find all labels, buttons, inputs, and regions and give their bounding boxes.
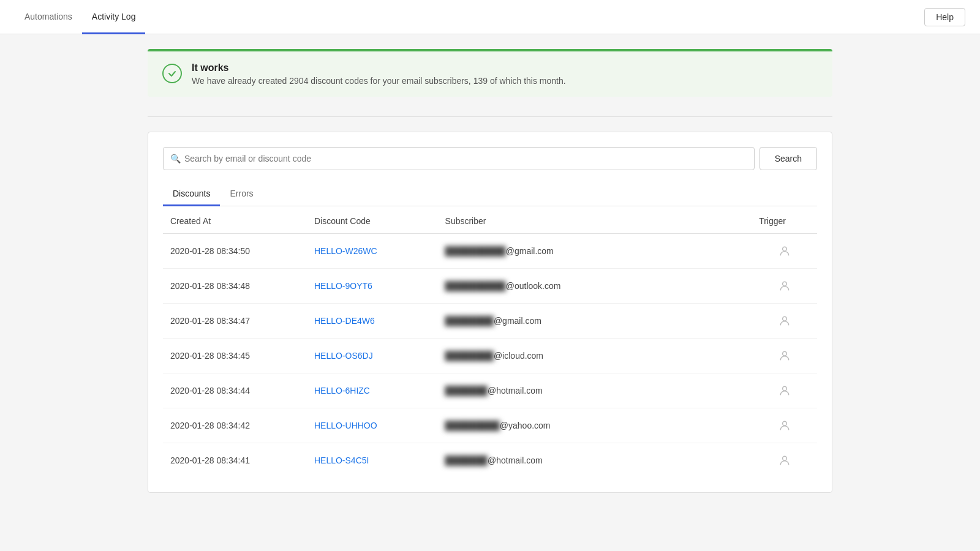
search-input-wrap: 🔍 — [163, 147, 755, 170]
table-row: 2020-01-28 08:34:50HELLO-W26WC██████████… — [163, 234, 817, 269]
divider — [148, 116, 832, 117]
col-header-subscriber: Subscriber — [438, 206, 752, 234]
cell-subscriber: ████████@gmail.com — [438, 304, 752, 339]
table-row: 2020-01-28 08:34:45HELLO-OS6DJ████████@i… — [163, 339, 817, 373]
cell-subscriber: ██████████@gmail.com — [438, 234, 752, 269]
table-body: 2020-01-28 08:34:50HELLO-W26WC██████████… — [163, 234, 817, 478]
discount-code-link[interactable]: HELLO-6HIZC — [314, 386, 370, 395]
banner-title: It works — [192, 62, 566, 73]
person-icon — [759, 280, 810, 292]
discount-code-link[interactable]: HELLO-OS6DJ — [314, 351, 373, 361]
cell-trigger — [752, 269, 817, 304]
tab-errors[interactable]: Errors — [220, 182, 263, 206]
discount-code-link[interactable]: HELLO-9OYT6 — [314, 281, 372, 291]
success-icon — [162, 64, 182, 83]
svg-point-2 — [782, 317, 786, 321]
discount-code-link[interactable]: HELLO-W26WC — [314, 246, 377, 256]
cell-created-at: 2020-01-28 08:34:50 — [163, 234, 307, 269]
top-nav: Automations Activity Log Help — [0, 0, 980, 34]
help-button[interactable]: Help — [924, 8, 965, 26]
cell-trigger — [752, 304, 817, 339]
svg-point-1 — [782, 282, 786, 286]
cell-subscriber: ██████████@outlook.com — [438, 269, 752, 304]
cell-subscriber: ███████@hotmail.com — [438, 443, 752, 478]
nav-tab-automations[interactable]: Automations — [15, 1, 82, 34]
discount-code-link[interactable]: HELLO-S4C5I — [314, 455, 369, 465]
person-icon — [759, 454, 810, 467]
table-row: 2020-01-28 08:34:44HELLO-6HIZC███████@ho… — [163, 373, 817, 408]
banner-text: It works We have already created 2904 di… — [192, 62, 566, 86]
table-row: 2020-01-28 08:34:48HELLO-9OYT6██████████… — [163, 269, 817, 304]
nav-tab-activity-log[interactable]: Activity Log — [82, 1, 146, 34]
col-header-trigger: Trigger — [752, 206, 817, 234]
cell-discount-code: HELLO-9OYT6 — [307, 269, 438, 304]
success-banner: It works We have already created 2904 di… — [148, 49, 832, 97]
person-icon — [759, 419, 810, 432]
cell-created-at: 2020-01-28 08:34:48 — [163, 269, 307, 304]
search-row: 🔍 Search — [163, 147, 817, 170]
table-row: 2020-01-28 08:34:47HELLO-DE4W6████████@g… — [163, 304, 817, 339]
search-button[interactable]: Search — [760, 147, 817, 170]
col-header-discount-code: Discount Code — [307, 206, 438, 234]
cell-discount-code: HELLO-W26WC — [307, 234, 438, 269]
table-header: Created At Discount Code Subscriber Trig… — [163, 206, 817, 234]
svg-point-3 — [782, 351, 786, 356]
person-icon — [759, 315, 810, 327]
tab-bar: Discounts Errors — [163, 182, 817, 206]
svg-point-6 — [782, 456, 786, 460]
cell-trigger — [752, 234, 817, 269]
cell-discount-code: HELLO-OS6DJ — [307, 339, 438, 373]
svg-point-5 — [782, 421, 786, 425]
discount-code-link[interactable]: HELLO-DE4W6 — [314, 316, 375, 326]
table-row: 2020-01-28 08:34:42HELLO-UHHOO█████████@… — [163, 408, 817, 443]
cell-trigger — [752, 443, 817, 478]
svg-point-4 — [782, 386, 786, 391]
cell-discount-code: HELLO-DE4W6 — [307, 304, 438, 339]
search-icon: 🔍 — [170, 154, 181, 163]
cell-trigger — [752, 373, 817, 408]
discounts-table: Created At Discount Code Subscriber Trig… — [163, 206, 817, 478]
discount-code-link[interactable]: HELLO-UHHOO — [314, 421, 377, 430]
cell-trigger — [752, 339, 817, 373]
tab-discounts[interactable]: Discounts — [163, 182, 220, 206]
col-header-created-at: Created At — [163, 206, 307, 234]
table-row: 2020-01-28 08:34:41HELLO-S4C5I███████@ho… — [163, 443, 817, 478]
cell-created-at: 2020-01-28 08:34:42 — [163, 408, 307, 443]
search-input[interactable] — [163, 147, 755, 170]
person-icon — [759, 384, 810, 397]
banner-description: We have already created 2904 discount co… — [192, 76, 566, 86]
cell-created-at: 2020-01-28 08:34:47 — [163, 304, 307, 339]
person-icon — [759, 245, 810, 257]
cell-discount-code: HELLO-UHHOO — [307, 408, 438, 443]
svg-point-0 — [782, 247, 786, 251]
cell-trigger — [752, 408, 817, 443]
cell-created-at: 2020-01-28 08:34:45 — [163, 339, 307, 373]
cell-created-at: 2020-01-28 08:34:44 — [163, 373, 307, 408]
cell-discount-code: HELLO-6HIZC — [307, 373, 438, 408]
person-icon — [759, 350, 810, 362]
cell-subscriber: ███████@hotmail.com — [438, 373, 752, 408]
cell-subscriber: ████████@icloud.com — [438, 339, 752, 373]
page-content: It works We have already created 2904 di… — [138, 34, 842, 508]
main-card: 🔍 Search Discounts Errors Created At Dis… — [148, 132, 832, 493]
cell-created-at: 2020-01-28 08:34:41 — [163, 443, 307, 478]
cell-discount-code: HELLO-S4C5I — [307, 443, 438, 478]
cell-subscriber: █████████@yahoo.com — [438, 408, 752, 443]
